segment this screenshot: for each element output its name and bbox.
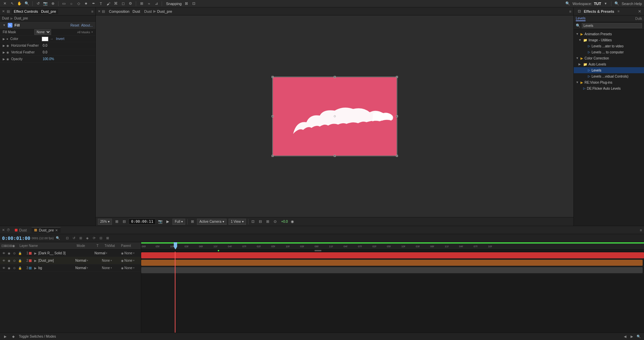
l2-vis[interactable]: 👁 [1, 258, 6, 263]
timecode-display[interactable]: 0:00:01:00 [2, 236, 30, 241]
l3-trkmatte[interactable]: None ▾ [102, 266, 120, 270]
l3-lock[interactable]: 🔒 [17, 266, 22, 270]
fill-about-btn[interactable]: About... [81, 24, 93, 27]
l1-parent[interactable]: ◉ None ▾ [121, 251, 139, 255]
panel-close-btn[interactable]: ✕ [2, 9, 5, 13]
overlay-2[interactable]: ⊟ [258, 219, 263, 224]
auto-levels-folder[interactable]: ▶ 📁 Auto Levels [574, 61, 644, 67]
timeline-btn-4[interactable]: ◈ [85, 236, 90, 241]
puppet-tool[interactable]: ⚙ [128, 1, 133, 6]
camera-tool[interactable]: 📷 [43, 1, 48, 6]
color-correction-folder[interactable]: ▼ ▶ Color Correction [574, 55, 644, 61]
timeline-btn-3[interactable]: ⊞ [78, 236, 83, 241]
effects-menu-icon[interactable]: ≡ [618, 9, 620, 13]
l3-vis[interactable]: 👁 [1, 266, 6, 270]
all-masks-dropdown[interactable]: ▾ [91, 31, 93, 34]
resolution-icon[interactable]: ⊞ [190, 219, 195, 224]
play-icon[interactable]: ▶ [165, 219, 170, 224]
effects-close-btn[interactable]: ✕ [638, 9, 641, 14]
l1-mode[interactable]: Normal ▾ [94, 251, 113, 255]
levels-computer-item[interactable]: ▷ Levels ... to computer [574, 49, 644, 55]
image-utilities-folder[interactable]: ▼ 📁 Image - Utilities [574, 37, 644, 43]
levels-individual-item[interactable]: ▷ Levels ...vidual Controls) [574, 73, 644, 79]
l2-mode[interactable]: Normal ▾ [75, 259, 94, 262]
l2-play[interactable]: ▶ [33, 258, 38, 263]
l2-trkmatte[interactable]: None ▾ [102, 259, 120, 262]
rect-tool[interactable]: ▭ [61, 1, 67, 6]
text-tool[interactable]: T [98, 1, 104, 6]
timeline-ruler[interactable]: :00f 05f 10f 03f 06f 11f 04f 07f 02f 05f… [141, 242, 644, 250]
l1-vis[interactable]: 👁 [1, 251, 6, 256]
search-icon[interactable]: 🔍 [565, 1, 570, 6]
l3-mode[interactable]: Normal ▾ [75, 266, 94, 270]
op-value[interactable]: 100.0% [43, 57, 54, 61]
track-bar-2[interactable] [141, 260, 643, 266]
overlay-3[interactable]: ⊞ [265, 219, 271, 224]
search-icon-2[interactable]: 🔍 [614, 1, 619, 6]
comp-menu-icon[interactable]: ≡ [569, 9, 571, 13]
poly-tool[interactable]: ◇ [76, 1, 81, 6]
fill-reset-btn[interactable]: Reset [70, 24, 79, 27]
tl-nav-left[interactable]: ◀ [622, 334, 628, 339]
l3-solo[interactable]: ⊙ [12, 266, 17, 270]
clone-tool[interactable]: ⌘ [113, 1, 118, 6]
snap-btn[interactable]: ⊟ [121, 219, 127, 224]
fill-section-header[interactable]: ▼ fx Fill Reset About... [0, 22, 95, 29]
vf-value[interactable]: 0.0 [43, 50, 47, 54]
l2-solo[interactable]: ⊙ [12, 258, 17, 263]
brush-tool[interactable]: 🖌 [106, 1, 111, 6]
l3-audio[interactable]: ◉ [7, 266, 11, 270]
rotate-tool[interactable]: ↺ [35, 1, 41, 6]
dust-comp-tab[interactable]: Dust [12, 227, 30, 233]
comp-tab[interactable]: Composition Dust [106, 9, 143, 14]
l2-audio[interactable]: ◉ [7, 258, 11, 263]
track-bar-1[interactable] [141, 252, 644, 258]
pen-tool[interactable]: ✒ [91, 1, 96, 6]
timeline-btn-7[interactable]: ⊠ [105, 236, 110, 241]
track-bar-3[interactable] [141, 267, 643, 273]
l1-lock[interactable]: 🔒 [17, 251, 22, 256]
view-btn[interactable]: 1 View ▾ [229, 219, 246, 225]
zoom-btn[interactable]: 25% ▾ [98, 219, 112, 225]
camera-icon[interactable]: 📷 [158, 219, 163, 224]
timeline-btn-1[interactable]: ⊡ [65, 236, 70, 241]
magnet-icon[interactable]: ⊠ [184, 1, 189, 6]
timeline-btn-5[interactable]: ⟳ [91, 236, 97, 241]
revision-folder[interactable]: ▼ ▶ RE:Vision Plug-ins [574, 79, 644, 85]
quality-btn[interactable]: Full ▾ [172, 219, 185, 225]
l3-play[interactable]: ▶ [33, 266, 38, 270]
color-expand[interactable]: ▶ [3, 37, 5, 41]
snapping-options[interactable]: ⊡ [191, 1, 197, 6]
l1-solo[interactable]: ⊙ [12, 251, 17, 256]
levels-item[interactable]: ▷ Levels [574, 67, 644, 73]
tl-nav-right[interactable]: ▶ [629, 334, 635, 339]
toggle-switches-btn[interactable]: Toggle Switches / Modes [19, 335, 56, 338]
anchor-tool[interactable]: ⊕ [50, 1, 55, 6]
motion-tool[interactable]: ≈ [146, 1, 152, 6]
effects-search-input[interactable] [582, 23, 642, 28]
user-tab[interactable]: Dulk [635, 17, 642, 20]
tl-zoom-out[interactable]: 🔍 [636, 334, 641, 339]
comp-close-btn[interactable]: ✕ [98, 9, 100, 13]
color-arrow[interactable]: → [50, 37, 53, 41]
l1-audio[interactable]: ◉ [7, 251, 11, 256]
levels-video-item[interactable]: ▷ Levels ...ater to video [574, 43, 644, 49]
fill-expand-arrow[interactable]: ▼ [3, 24, 6, 27]
tl-btn-play[interactable]: ▶ [3, 334, 8, 339]
hf-value[interactable]: 0.0 [43, 44, 47, 47]
l1-play[interactable]: ▶ [33, 251, 38, 256]
overlay-1[interactable]: ⊡ [250, 219, 256, 224]
timeline-menu-icon[interactable]: ≡ [640, 228, 642, 232]
shape-tool2[interactable]: ⊿ [154, 1, 159, 6]
search-layers-btn[interactable]: 🔍 [55, 236, 61, 241]
vf-expand[interactable]: ▶ [3, 51, 5, 54]
dustpre-comp-tab[interactable]: Dust_pre ✕ [32, 227, 61, 233]
fill-mask-dropdown[interactable]: None [34, 29, 51, 35]
overlay-4[interactable]: ⊙ [273, 219, 278, 224]
tl-btn-keyframe[interactable]: ◆ [11, 334, 16, 339]
timeline-close-btn[interactable]: ✕ [2, 228, 5, 232]
l2-lock[interactable]: 🔒 [17, 258, 22, 263]
l2-parent[interactable]: ◉ None ▾ [121, 259, 139, 262]
camera-dropdown[interactable]: Active Camera ▾ [197, 219, 227, 225]
timeline-btn-6[interactable]: ⊟ [98, 236, 104, 241]
